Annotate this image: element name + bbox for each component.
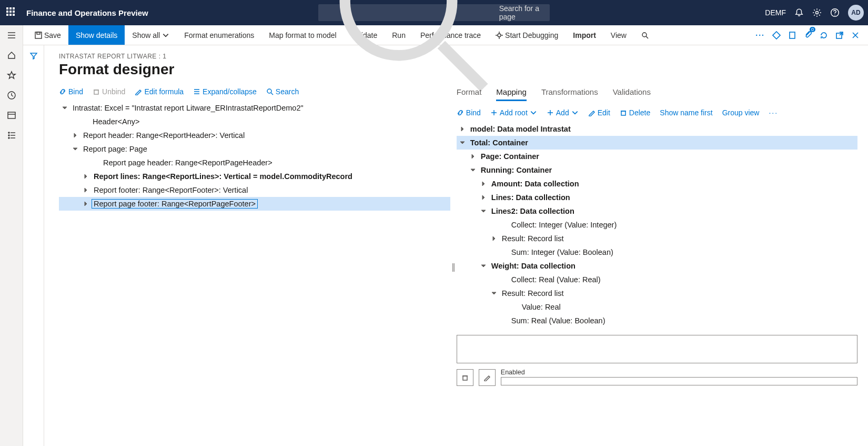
debug-icon (496, 32, 503, 39)
group-view-button[interactable]: Group view (722, 108, 760, 117)
tree-node[interactable]: Report footer: Range<ReportFooter>: Vert… (59, 183, 450, 197)
mapping-tree[interactable]: model: Data model IntrastatTotal: Contai… (457, 122, 857, 328)
add-button[interactable]: Add (547, 108, 579, 117)
star-icon[interactable] (7, 71, 16, 80)
modules-icon[interactable] (7, 131, 16, 140)
tab-format[interactable]: Format (457, 87, 482, 101)
bind-button[interactable]: Bind (59, 87, 83, 96)
cmd-search-button[interactable] (634, 25, 656, 45)
save-button[interactable]: Save (27, 25, 68, 45)
tree-node[interactable]: Report lines: Range<ReportLines>: Vertic… (59, 170, 450, 183)
show-name-first-button[interactable]: Show name first (660, 108, 712, 117)
top-bar: Finance and Operations Preview Search fo… (0, 0, 868, 25)
help-icon[interactable] (830, 8, 840, 17)
tree-node[interactable]: Value: Real (457, 300, 857, 314)
gear-icon[interactable] (812, 8, 822, 17)
company-code[interactable]: DEMF (765, 8, 786, 17)
tree-node[interactable]: Weight: Data collection (457, 259, 857, 273)
global-search[interactable]: Search for a page (318, 4, 550, 21)
import-button[interactable]: Import (566, 25, 603, 45)
expand-collapse-button[interactable]: Expand/collapse (193, 87, 257, 96)
plus-icon (490, 109, 498, 116)
svg-point-11 (8, 132, 9, 133)
tree-node[interactable]: Result: Record list (457, 232, 857, 245)
tab-transformations[interactable]: Transformations (541, 87, 598, 101)
tree-node-label: Total: Container (468, 138, 530, 147)
chevron-down-icon (162, 32, 169, 39)
tree-node[interactable]: Sum: Real (Value: Boolean) (457, 314, 857, 328)
tree-node-label: Lines: Data collection (489, 193, 572, 202)
edit-enabled-button[interactable] (479, 369, 496, 386)
tab-mapping[interactable]: Mapping (496, 87, 527, 101)
mapping-bind-button[interactable]: Bind (457, 108, 481, 117)
edit-formula-button[interactable]: Edit formula (135, 87, 184, 96)
tree-node[interactable]: Report page header: Range<ReportPageHead… (59, 156, 450, 170)
tree-node-label: Running: Container (479, 166, 554, 174)
enabled-label: Enabled (501, 369, 857, 376)
tree-node[interactable]: Report page footer: Range<ReportPageFoot… (59, 197, 450, 211)
recent-icon[interactable] (7, 91, 16, 100)
tree-node[interactable]: Report header: Range<ReportHeader>: Vert… (59, 128, 450, 142)
diamond-icon[interactable] (772, 31, 781, 39)
tree-node-label: model: Data model Intrastat (468, 125, 573, 133)
show-all-button[interactable]: Show all (125, 25, 177, 45)
tree-node[interactable]: Report page: Page (59, 142, 450, 156)
tree-node[interactable]: Sum: Integer (Value: Boolean) (457, 245, 857, 259)
view-button[interactable]: View (603, 25, 634, 45)
pencil-icon (135, 88, 142, 95)
tree-node[interactable]: Collect: Integer (Value: Integer) (457, 218, 857, 232)
workspaces-icon[interactable] (7, 111, 16, 120)
user-avatar[interactable]: AD (848, 5, 864, 21)
edit-button[interactable]: Edit (588, 108, 610, 117)
binding-expression-box[interactable] (457, 335, 857, 363)
popout-icon[interactable] (835, 31, 844, 39)
tree-node[interactable]: Intrastat: Excel = "Intrastat report Lit… (59, 101, 450, 115)
tab-validations[interactable]: Validations (613, 87, 651, 101)
delete-button[interactable]: Delete (620, 108, 650, 117)
global-search-placeholder: Search for a page (499, 4, 544, 21)
tree-node[interactable]: Result: Record list (457, 286, 857, 300)
refresh-icon[interactable] (820, 31, 828, 39)
filter-icon[interactable] (29, 52, 38, 60)
tree-node[interactable]: Lines2: Data collection (457, 204, 857, 218)
tree-node[interactable]: Collect: Real (Value: Real) (457, 273, 857, 286)
mapping-pane: Format Mapping Transformations Validatio… (457, 87, 857, 446)
unbind-button[interactable]: Unbind (93, 87, 125, 96)
attachments-badge[interactable]: 0 (804, 30, 812, 40)
app-launcher-icon[interactable] (6, 7, 17, 18)
enabled-input[interactable] (501, 377, 857, 385)
save-icon (35, 32, 42, 39)
tree-node[interactable]: Header<Any> (59, 115, 450, 128)
clear-enabled-button[interactable] (457, 369, 473, 386)
svg-point-35 (267, 89, 271, 93)
svg-rect-18 (37, 32, 40, 34)
home-icon[interactable] (7, 51, 16, 60)
tree-node-label: Weight: Data collection (489, 262, 578, 270)
office-icon[interactable] (788, 31, 796, 39)
splitter-handle[interactable]: ‖ (450, 87, 457, 446)
tree-node[interactable]: Running: Container (457, 163, 857, 177)
left-nav-rail (0, 25, 23, 446)
add-root-button[interactable]: Add root (490, 108, 537, 117)
tree-node-label: Intrastat: Excel = "Intrastat report Lit… (70, 104, 306, 112)
filter-rail (23, 45, 44, 446)
mapping-overflow-button[interactable]: ··· (769, 108, 778, 117)
format-enumerations-button[interactable]: Format enumerations (177, 25, 261, 45)
overflow-button[interactable]: ··· (755, 31, 765, 39)
tree-node-label: Header<Any> (90, 117, 142, 126)
start-debugging-button[interactable]: Start Debugging (488, 25, 566, 45)
tree-node-label: Sum: Integer (Value: Boolean) (509, 248, 615, 256)
bell-icon[interactable] (794, 8, 804, 17)
svg-point-4 (834, 15, 835, 15)
format-tree[interactable]: Intrastat: Excel = "Intrastat report Lit… (59, 101, 450, 211)
show-details-button[interactable]: Show details (68, 25, 125, 45)
hamburger-icon[interactable] (7, 31, 16, 40)
tree-node[interactable]: model: Data model Intrastat (457, 122, 857, 136)
tree-search-button[interactable]: Search (266, 87, 299, 96)
tree-node[interactable]: Amount: Data collection (457, 177, 857, 191)
tree-node[interactable]: Total: Container (457, 136, 857, 150)
svg-rect-43 (463, 376, 467, 380)
tree-node[interactable]: Page: Container (457, 150, 857, 163)
tree-node[interactable]: Lines: Data collection (457, 191, 857, 204)
close-icon[interactable] (851, 31, 860, 39)
